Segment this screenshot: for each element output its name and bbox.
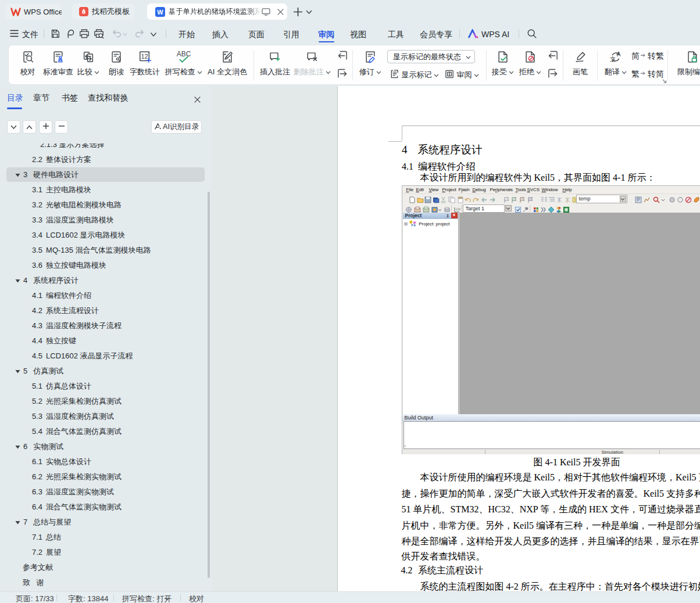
svg-text:LOAD: LOAD (456, 208, 460, 211)
svg-text:W: W (157, 8, 163, 15)
svg-text:ABC: ABC (177, 51, 191, 58)
svg-text:文: 文 (610, 56, 616, 62)
svg-text:12: 12 (141, 53, 148, 60)
svg-text:A: A (617, 51, 621, 58)
